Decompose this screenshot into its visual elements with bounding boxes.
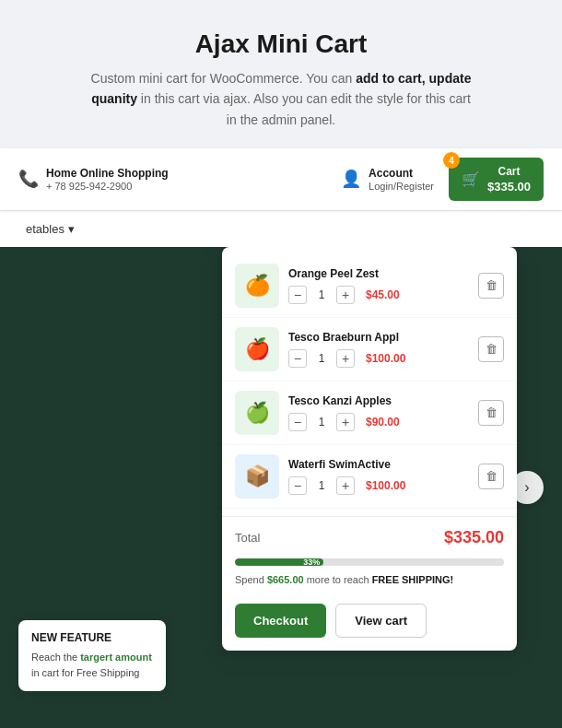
cart-icon: 🛒 — [462, 170, 480, 188]
cart-item-delete-4[interactable]: 🗑 — [478, 464, 504, 489]
view-cart-button[interactable]: View cart — [335, 604, 427, 638]
cart-item-price-4: $100.00 — [366, 479, 405, 492]
cart-item-name-3: Tesco Kanzi Apples — [288, 394, 469, 407]
cart-total: Total $335.00 — [222, 516, 517, 558]
qty-value-2: 1 — [314, 352, 329, 365]
cart-item-name-1: Orange Peel Zest — [288, 267, 469, 280]
phone-number: + 78 925-942-2900 — [46, 181, 169, 192]
cart-item-qty-3: − 1 + $90.00 — [288, 413, 469, 431]
store-nav: etables ▾ — [0, 210, 562, 247]
cart-button[interactable]: 4 🛒 Cart $335.00 — [449, 158, 544, 201]
phone-icon: 📞 — [18, 169, 39, 189]
chevron-down-icon: ▾ — [68, 222, 75, 236]
cart-items-list: 🍊 Orange Peel Zest − 1 + $45.00 🗑 — [222, 247, 517, 516]
qty-increase-2[interactable]: + — [336, 349, 355, 368]
qty-decrease-4[interactable]: − — [288, 476, 307, 495]
qty-increase-3[interactable]: + — [336, 413, 355, 431]
cart-item-details-3: Tesco Kanzi Apples − 1 + $90.00 — [288, 394, 469, 431]
cart-total-label: Total — [235, 531, 260, 545]
cart-item-image-2: 🍎 — [235, 327, 279, 371]
page-title: Ajax Mini Cart — [88, 29, 474, 59]
mini-cart-dropdown: 🍊 Orange Peel Zest − 1 + $45.00 🗑 — [222, 247, 517, 651]
cart-item-image-3: 🍏 — [235, 391, 279, 435]
account-sub: Login/Register — [369, 181, 434, 192]
cart-item-price-1: $45.00 — [366, 288, 400, 301]
checkout-button[interactable]: Checkout — [235, 604, 326, 638]
progress-message: Spend $665.00 more to reach FREE SHIPPIN… — [235, 573, 504, 587]
cart-item-price-3: $90.00 — [366, 416, 400, 429]
nav-vegetables[interactable]: etables ▾ — [18, 218, 82, 240]
account-label: Account — [369, 167, 434, 182]
cart-item-name-2: Tesco Braeburn Appl — [288, 331, 469, 344]
cart-total-value: $335.00 — [444, 528, 504, 547]
qty-value-1: 1 — [314, 288, 329, 301]
cart-item-delete-2[interactable]: 🗑 — [478, 336, 504, 362]
new-feature-box: NEW FEATURE Reach the targert amount in … — [18, 620, 166, 691]
account-section[interactable]: 👤 Account Login/Register — [341, 167, 434, 193]
new-feature-desc: Reach the targert amount in cart for Fre… — [31, 650, 153, 680]
progress-bar-fill: 33% — [235, 558, 323, 566]
cart-item-qty-1: − 1 + $45.00 — [288, 286, 469, 304]
phone-label: Home Online Shopping — [46, 167, 169, 182]
cart-item-delete-3[interactable]: 🗑 — [478, 400, 504, 426]
progress-percent: 33% — [303, 558, 320, 566]
account-icon: 👤 — [341, 169, 361, 189]
qty-decrease-3[interactable]: − — [288, 413, 307, 431]
store-header: 📞 Home Online Shopping + 78 925-942-2900… — [0, 148, 562, 210]
qty-value-4: 1 — [314, 479, 329, 492]
cart-item-name-4: Waterfi SwimActive — [288, 458, 469, 471]
new-feature-title: NEW FEATURE — [31, 631, 153, 644]
cart-item: 🍊 Orange Peel Zest − 1 + $45.00 🗑 — [222, 254, 517, 318]
phone-section: 📞 Home Online Shopping + 78 925-942-2900 — [18, 167, 326, 193]
store-content: Fa › NEW FEATURE Reach the targert amoun… — [0, 247, 562, 728]
cart-badge: 4 — [443, 152, 460, 169]
qty-increase-1[interactable]: + — [336, 286, 355, 304]
qty-decrease-2[interactable]: − — [288, 349, 307, 368]
cart-item-image-1: 🍊 — [235, 264, 279, 308]
progress-bar-background: 33% — [235, 558, 504, 566]
cart-price: $335.00 — [487, 180, 531, 194]
qty-increase-4[interactable]: + — [336, 476, 355, 495]
cart-item-delete-1[interactable]: 🗑 — [478, 273, 504, 299]
cart-item-details-4: Waterfi SwimActive − 1 + $100.00 — [288, 458, 469, 495]
qty-decrease-1[interactable]: − — [288, 286, 307, 304]
cart-item: 📦 Waterfi SwimActive − 1 + $100.00 🗑 — [222, 445, 517, 509]
page-description: Custom mini cart for WooCommerce. You ca… — [88, 68, 474, 130]
cart-item-details-2: Tesco Braeburn Appl − 1 + $100.00 — [288, 331, 469, 368]
page-header: Ajax Mini Cart Custom mini cart for WooC… — [51, 0, 511, 148]
store-container: 📞 Home Online Shopping + 78 925-942-2900… — [0, 148, 562, 728]
cart-item: 🍎 Tesco Braeburn Appl − 1 + $100.00 🗑 — [222, 318, 517, 382]
cart-item-image-4: 📦 — [235, 454, 279, 499]
cart-item-details-1: Orange Peel Zest − 1 + $45.00 — [288, 267, 469, 304]
cart-item-qty-2: − 1 + $100.00 — [288, 349, 469, 368]
cart-progress: 33% Spend $665.00 more to reach FREE SHI… — [222, 558, 517, 594]
qty-value-3: 1 — [314, 416, 329, 429]
cart-label: Cart — [487, 165, 531, 180]
cart-item-qty-4: − 1 + $100.00 — [288, 476, 469, 495]
cart-item: 🍏 Tesco Kanzi Apples − 1 + $90.00 🗑 — [222, 382, 517, 445]
cart-item-price-2: $100.00 — [366, 352, 405, 365]
cart-actions: Checkout View cart — [222, 594, 517, 651]
